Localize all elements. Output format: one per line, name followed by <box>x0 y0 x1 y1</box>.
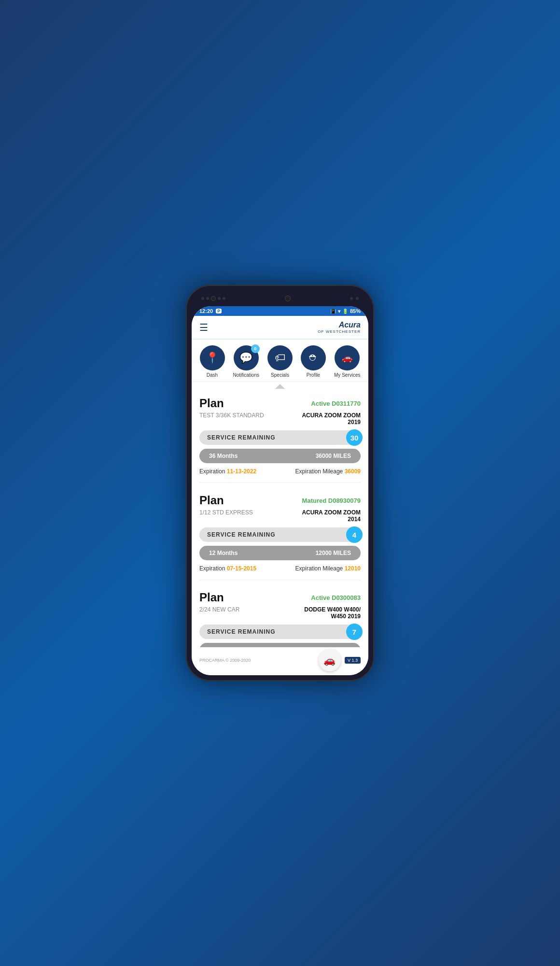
brand-logo: Acura OF WESTCHESTER <box>318 321 361 334</box>
specials-icon: 🏷 <box>275 352 285 364</box>
plan-2-months: 12 Months <box>209 550 238 556</box>
camera-right <box>285 296 291 301</box>
plan-3-subheader: 2/24 NEW CAR DODGE W400 W400/ W450 2019 <box>199 606 361 620</box>
plan-1-expiration-date: 11-13-2022 <box>227 468 256 475</box>
plan-2-expiry: Expiration 07-15-2015 Expiration Mileage… <box>199 565 361 572</box>
plan-2-title: Plan <box>199 494 224 507</box>
nav-profile[interactable]: ⛑ Profile <box>301 345 326 378</box>
plan-1-miles: 36000 MILES <box>316 453 351 459</box>
plan-3-duration-bar: 24 Months 24000 MILES <box>199 643 361 647</box>
bottom-footer: PROCARMA © 2009-2020 🚗 V 1.3 <box>192 647 368 675</box>
plan-3-service-label: SERVICE REMAINING <box>207 628 275 635</box>
notifications-badge: 0 <box>251 344 260 353</box>
battery-percent: 85% <box>350 308 361 314</box>
nav-dash-label: Dash <box>207 372 218 378</box>
plan-1-mileage-label: Expiration Mileage 36009 <box>295 468 361 475</box>
plan-1-service-count: 30 <box>346 429 363 446</box>
footer-right: 🚗 V 1.3 <box>319 649 361 671</box>
nav-specials[interactable]: 🏷 Specials <box>267 345 293 378</box>
app-header: ☰ Acura OF WESTCHESTER <box>192 316 368 340</box>
nav-dash[interactable]: 📍 Dash <box>200 345 225 378</box>
plan-2-type: 1/12 STD EXPRESS <box>199 509 253 523</box>
phone-frame: 12:20 P 📳 ▾ 🔋 85% ☰ Acura OF WESTCHESTER… <box>186 285 374 681</box>
plan-1-expiration-label: Expiration 11-13-2022 <box>199 468 256 475</box>
nav-arrow <box>192 382 368 390</box>
status-bar: 12:20 P 📳 ▾ 🔋 85% <box>192 306 368 316</box>
nav-profile-label: Profile <box>307 372 320 378</box>
brand-name: Acura <box>318 321 361 329</box>
nav-dash-circle: 📍 <box>200 345 225 370</box>
nav-specials-circle: 🏷 <box>267 345 293 370</box>
status-right: 📳 ▾ 🔋 85% <box>330 308 361 314</box>
plan-2-duration-bar: 12 Months 12000 MILES <box>199 546 361 560</box>
menu-button[interactable]: ☰ <box>199 322 208 333</box>
plan-3-status: Active D0300083 <box>311 594 361 601</box>
nav-my-services-circle: 🚗 <box>335 345 360 370</box>
plan-3-service-bar: SERVICE REMAINING 7 <box>199 625 361 639</box>
nav-my-services-label: My Services <box>334 372 360 378</box>
plan-2-status: Matured D08930079 <box>302 497 361 504</box>
plan-1-months: 36 Months <box>209 453 238 459</box>
battery-icon: 🔋 <box>342 309 348 314</box>
status-left: 12:20 P <box>199 308 222 314</box>
time-display: 12:20 <box>199 308 213 314</box>
plan-3-vehicle: DODGE W400 W400/ W450 2019 <box>304 606 361 620</box>
plan-1-title: Plan <box>199 397 224 410</box>
nav-notifications[interactable]: 💬 0 Notifications <box>233 345 259 378</box>
dot4 <box>223 297 225 300</box>
plan-card-1: Plan Active D0311770 TEST 3/36K STANDARD… <box>199 390 361 475</box>
dot5 <box>350 297 353 300</box>
nav-icons: 📍 Dash 💬 0 Notifications 🏷 Specials ⛑ <box>192 340 368 382</box>
nav-specials-label: Specials <box>271 372 289 378</box>
profile-icon: ⛑ <box>309 353 318 363</box>
divider-2 <box>199 580 361 580</box>
plan-3-service-count: 7 <box>346 624 363 640</box>
nav-my-services[interactable]: 🚗 My Services <box>334 345 360 378</box>
plan-2-mileage-label: Expiration Mileage 12010 <box>295 565 361 572</box>
car-fab-icon: 🚗 <box>323 654 336 666</box>
vibrate-icon: 📳 <box>330 309 336 314</box>
plan-2-vehicle: ACURA ZOOM ZOOM 2014 <box>302 509 361 523</box>
phone-screen: 12:20 P 📳 ▾ 🔋 85% ☰ Acura OF WESTCHESTER… <box>192 306 368 675</box>
plan-1-subheader: TEST 3/36K STANDARD ACURA ZOOM ZOOM 2019 <box>199 412 361 426</box>
plan-2-expiration-date: 07-15-2015 <box>227 565 256 572</box>
plan-card-2: Plan Matured D08930079 1/12 STD EXPRESS … <box>199 487 361 572</box>
plan-1-expiry: Expiration 11-13-2022 Expiration Mileage… <box>199 468 361 475</box>
plan-2-mileage-value: 12010 <box>345 565 361 572</box>
plan-3-type: 2/24 NEW CAR <box>199 606 239 620</box>
plan-2-header: Plan Matured D08930079 <box>199 494 361 507</box>
notifications-icon: 💬 <box>239 352 252 364</box>
dot2 <box>206 297 209 300</box>
plan-1-type: TEST 3/36K STANDARD <box>199 412 264 426</box>
plan-3-header: Plan Active D0300083 <box>199 591 361 604</box>
wifi-icon: ▾ <box>338 309 340 314</box>
dot3 <box>218 297 221 300</box>
arrow-up-icon <box>275 384 285 389</box>
dot1 <box>201 297 204 300</box>
car-fab-button[interactable]: 🚗 <box>319 649 341 671</box>
dash-icon: 📍 <box>206 352 219 364</box>
my-services-icon: 🚗 <box>342 353 352 363</box>
divider-1 <box>199 483 361 483</box>
plan-2-service-label: SERVICE REMAINING <box>207 531 275 538</box>
plan-1-duration-bar: 36 Months 36000 MILES <box>199 449 361 463</box>
camera-dots <box>201 296 225 301</box>
main-content: Plan Active D0311770 TEST 3/36K STANDARD… <box>192 390 368 647</box>
plan-2-miles: 12000 MILES <box>316 550 351 556</box>
plan-2-expiration-label: Expiration 07-15-2015 <box>199 565 256 572</box>
copyright-text: PROCARMA © 2009-2020 <box>199 658 251 663</box>
version-badge: V 1.3 <box>345 657 361 664</box>
brand-subtitle: OF WESTCHESTER <box>318 329 361 334</box>
nav-profile-circle: ⛑ <box>301 345 326 370</box>
carrier-display: P <box>216 309 222 313</box>
plan-3-title: Plan <box>199 591 224 604</box>
plan-card-3: Plan Active D0300083 2/24 NEW CAR DODGE … <box>199 584 361 647</box>
nav-notifications-circle: 💬 0 <box>234 345 259 370</box>
dot6 <box>356 297 359 300</box>
notch-area <box>192 291 368 306</box>
plan-1-service-bar: SERVICE REMAINING 30 <box>199 430 361 445</box>
plan-2-service-bar: SERVICE REMAINING 4 <box>199 527 361 542</box>
plan-1-service-label: SERVICE REMAINING <box>207 434 275 441</box>
front-camera <box>211 296 216 301</box>
plan-2-subheader: 1/12 STD EXPRESS ACURA ZOOM ZOOM 2014 <box>199 509 361 523</box>
